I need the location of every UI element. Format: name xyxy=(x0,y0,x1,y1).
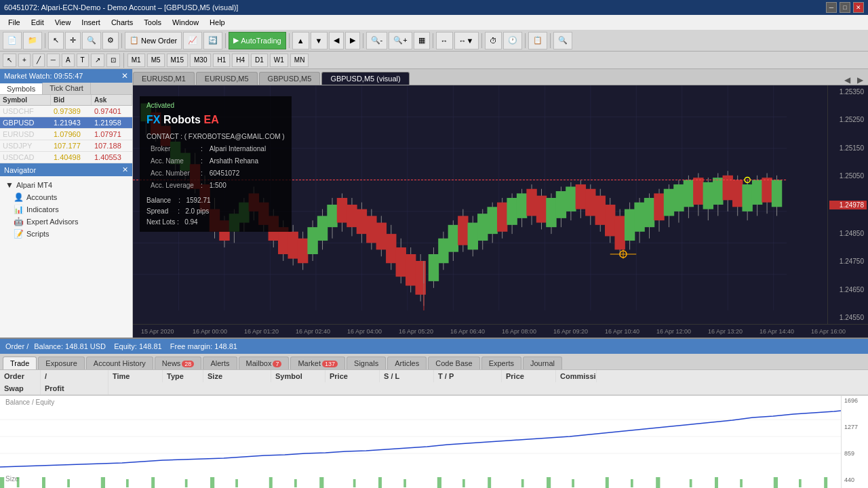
order-tab-journal[interactable]: Journal xyxy=(523,357,562,369)
draw-line-button[interactable]: ╱ xyxy=(33,54,45,67)
left-button[interactable]: ◀ xyxy=(329,32,344,49)
draw-period-button[interactable]: ⊡ xyxy=(106,54,120,67)
up-button[interactable]: ▲ xyxy=(292,32,309,49)
chart-autoscroll-button[interactable]: ↔▼ xyxy=(454,32,479,49)
mw-row-usdjpy[interactable]: USDJPY 107.177 107.188 xyxy=(0,140,132,152)
nav-indicators[interactable]: 📊 Indicators xyxy=(0,203,132,216)
menu-file[interactable]: File xyxy=(3,17,26,28)
tf-m30[interactable]: M30 xyxy=(190,54,211,67)
tab-symbols[interactable]: Symbols xyxy=(0,83,43,94)
menu-window[interactable]: Window xyxy=(167,17,204,28)
draw-plus-button[interactable]: + xyxy=(18,54,31,67)
order-tab-news[interactable]: News28 xyxy=(155,357,202,369)
order-tab-exposure[interactable]: Exposure xyxy=(38,357,84,369)
chart-tab-gbpusd-m5-visual[interactable]: GBPUSD,M5 (visual) xyxy=(321,72,409,85)
draw-text2-button[interactable]: T xyxy=(77,54,89,67)
tab-tick-chart[interactable]: Tick Chart xyxy=(43,83,91,94)
close-button[interactable]: ✕ xyxy=(853,2,864,13)
nav-scripts[interactable]: 📝 Scripts xyxy=(0,228,132,240)
mw-row-eurusd[interactable]: EURUSD 1.07960 1.07971 xyxy=(0,129,132,140)
menu-help[interactable]: Help xyxy=(204,17,231,28)
mw-row-usdcad[interactable]: USDCAD 1.40498 1.40553 xyxy=(0,152,132,163)
open-button[interactable]: 📁 xyxy=(23,32,42,49)
tf-mn[interactable]: MN xyxy=(290,54,309,67)
period-sep-button[interactable]: ⏱ xyxy=(485,32,502,49)
template-button[interactable]: 📋 xyxy=(528,32,547,49)
chart-scroll-button[interactable]: ↔ xyxy=(436,32,453,49)
nav-alpari-mt4[interactable]: ▼ Alpari MT4 xyxy=(0,179,132,191)
chart-main[interactable]: Activated FX Robots EA CONTACT : ( FXROB… xyxy=(133,85,868,324)
ea-broker-label: Broker xyxy=(148,144,197,155)
ask-gbpusd: 1.21958 xyxy=(92,117,132,128)
tf-m15[interactable]: M15 xyxy=(167,54,188,67)
minimize-button[interactable]: ─ xyxy=(826,2,837,13)
grid-button[interactable]: ▦ xyxy=(414,32,430,49)
order-tab-code-base[interactable]: Code Base xyxy=(428,357,479,369)
tf-m5[interactable]: M5 xyxy=(147,54,165,67)
tf-h1[interactable]: H1 xyxy=(213,54,230,67)
order-tab-alerts[interactable]: Alerts xyxy=(203,357,237,369)
menu-charts[interactable]: Charts xyxy=(106,17,138,28)
crosshair-button[interactable]: ✛ xyxy=(65,32,81,49)
svg-rect-190 xyxy=(824,477,827,488)
chart-tab-eurusd-m5[interactable]: EURUSD,M5 xyxy=(196,72,258,85)
draw-arrow-button[interactable]: ↗ xyxy=(91,54,104,67)
chart-nav-right[interactable]: ▶ xyxy=(855,75,865,85)
bid-usdjpy: 107.177 xyxy=(51,140,92,151)
menu-tools[interactable]: Tools xyxy=(138,17,167,28)
tf-h4[interactable]: H4 xyxy=(232,54,249,67)
zoom-minus-button[interactable]: 🔍- xyxy=(366,32,388,49)
svg-rect-117 xyxy=(605,205,615,236)
ea-accname-value: Arshath Rehana xyxy=(207,156,269,167)
ea-activated-text: Activated xyxy=(146,100,285,111)
down-button[interactable]: ▼ xyxy=(311,32,328,49)
new-file-button[interactable]: 📄 xyxy=(3,32,22,49)
history-button[interactable]: 📈 xyxy=(183,32,202,49)
search-button[interactable]: 🔍 xyxy=(553,32,572,49)
chart-nav-left[interactable]: ◀ xyxy=(842,75,852,85)
svg-rect-51 xyxy=(288,232,298,259)
draw-hline-button[interactable]: ─ xyxy=(47,54,60,67)
menu-insert[interactable]: Insert xyxy=(76,17,106,28)
ask-eurusd: 1.07971 xyxy=(92,129,132,140)
new-order-button[interactable]: 📋 New Order xyxy=(125,32,182,49)
chart-tab-gbpusd-m5[interactable]: GBPUSD,M5 xyxy=(259,72,321,85)
svg-rect-125 xyxy=(644,198,654,227)
order-tab-signals[interactable]: Signals xyxy=(347,357,386,369)
chart-canvas[interactable]: Activated FX Robots EA CONTACT : ( FXROB… xyxy=(133,85,827,324)
order-header: Order / Balance: 148.81 USD Equity: 148.… xyxy=(0,339,868,354)
mw-row-usdchf[interactable]: USDCHF 0.97389 0.97401 xyxy=(0,106,132,117)
order-tab-account-history[interactable]: Account History xyxy=(86,357,153,369)
cursor-button[interactable]: ↖ xyxy=(48,32,64,49)
tf-d1[interactable]: D1 xyxy=(251,54,268,67)
nav-expert-advisors[interactable]: 🤖 Expert Advisors xyxy=(0,216,132,228)
zoom-in-button[interactable]: 🔍 xyxy=(82,32,101,49)
properties-button[interactable]: ⚙ xyxy=(102,32,119,49)
order-tab-experts[interactable]: Experts xyxy=(481,357,521,369)
svg-rect-129 xyxy=(664,189,674,216)
tf-w1[interactable]: W1 xyxy=(270,54,288,67)
order-tab-mailbox[interactable]: Mailbox7 xyxy=(239,357,290,369)
right-button[interactable]: ▶ xyxy=(345,32,360,49)
mw-row-gbpusd[interactable]: GBPUSD 1.21943 1.21958 xyxy=(0,117,132,129)
market-watch-close-button[interactable]: ✕ xyxy=(121,71,128,81)
draw-cursor-button[interactable]: ↖ xyxy=(3,54,16,67)
tf-m1[interactable]: M1 xyxy=(127,54,145,67)
svg-rect-143 xyxy=(732,180,743,207)
order-tab-market[interactable]: Market137 xyxy=(290,357,345,369)
order-tab-articles[interactable]: Articles xyxy=(387,357,427,369)
navigator-close-button[interactable]: ✕ xyxy=(122,165,128,174)
nav-accounts[interactable]: 👤 Accounts xyxy=(0,191,132,203)
menu-view[interactable]: View xyxy=(50,17,77,28)
draw-text-button[interactable]: A xyxy=(62,54,75,67)
chart-tab-eurusd-m1[interactable]: EURUSD,M1 xyxy=(133,72,195,85)
y-label-1277: 1277 xyxy=(844,424,865,430)
zoom-plus-button[interactable]: 🔍+ xyxy=(389,32,412,49)
order-tab-trade[interactable]: Trade xyxy=(3,357,37,369)
autotrading-button[interactable]: ▶ AutoTrading xyxy=(229,32,286,49)
maximize-button[interactable]: □ xyxy=(840,2,850,13)
clock-button[interactable]: 🕐 xyxy=(503,32,522,49)
refresh-button[interactable]: 🔄 xyxy=(203,32,222,49)
price-1.24550: 1.24550 xyxy=(829,314,867,321)
menu-edit[interactable]: Edit xyxy=(26,17,50,28)
